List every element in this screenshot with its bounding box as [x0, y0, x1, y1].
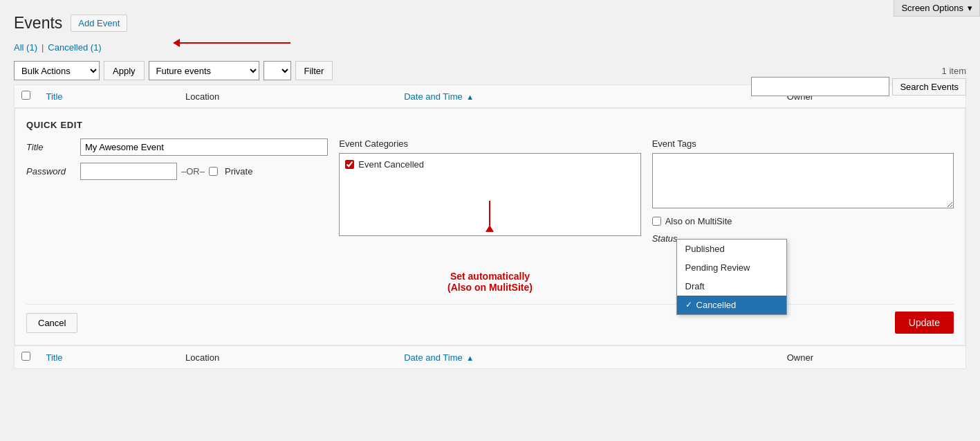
search-area: Search Events	[751, 77, 966, 96]
footer-title-sort-link[interactable]: Title	[46, 352, 63, 363]
published-label: Published	[685, 244, 725, 254]
password-row: Password –OR– Private	[26, 163, 328, 180]
title-row: Title	[26, 138, 328, 156]
arrow-head-up	[486, 225, 494, 232]
event-filter-select[interactable]: Future events All events Past events Tod…	[149, 61, 259, 80]
th-title: Title	[39, 85, 179, 108]
page-title: Events	[14, 14, 62, 33]
annotation-line1: Set automatically	[339, 271, 640, 282]
events-table: Title Location Date and Time ▲ Owner QUI…	[14, 84, 966, 369]
th-checkbox	[15, 85, 39, 108]
arrow-head-left	[173, 39, 180, 47]
page-header: Events Add Event	[14, 7, 966, 38]
status-option-cancelled[interactable]: ✓ Cancelled	[677, 296, 786, 314]
footer-th-checkbox	[15, 346, 39, 369]
quick-edit-grid: Title Password –OR– Private	[26, 138, 954, 293]
filter-cancelled-link[interactable]: Cancelled (1)	[48, 42, 101, 53]
cancel-button[interactable]: Cancel	[26, 313, 77, 333]
status-option-published[interactable]: Published	[677, 240, 786, 258]
arrow-line	[180, 42, 290, 44]
tags-textarea[interactable]	[652, 153, 954, 208]
categories-heading: Event Categories	[339, 138, 640, 149]
select-all-checkbox[interactable]	[21, 91, 30, 100]
category-checkbox[interactable]	[345, 160, 354, 169]
datetime-sort-link[interactable]: Date and Time ▲	[404, 91, 474, 102]
footer-sort-asc-icon: ▲	[466, 354, 474, 362]
draft-label: Draft	[685, 281, 705, 291]
auto-set-annotation	[486, 201, 494, 232]
private-checkbox[interactable]	[209, 167, 218, 176]
quick-edit-right: Event Tags Also on MultiSite St	[652, 138, 954, 244]
quick-edit-box: QUICK EDIT Title Password	[15, 108, 965, 345]
footer-th-datetime: Date and Time ▲	[397, 346, 779, 369]
title-label: Title	[26, 142, 75, 152]
th-location: Location	[178, 85, 397, 108]
footer-th-location: Location	[178, 346, 397, 369]
private-label: Private	[225, 166, 252, 177]
check-mark-icon: ✓	[685, 300, 692, 309]
status-row: Status Published	[652, 233, 954, 244]
annotation-line2: (Also on MulitSite)	[339, 282, 640, 293]
pending-label: Pending Review	[685, 262, 750, 273]
filter-separator: |	[41, 42, 44, 53]
sort-order-select[interactable]	[264, 61, 291, 80]
status-option-pending[interactable]: Pending Review	[677, 258, 786, 277]
status-dropdown[interactable]: Published Pending Review Draft	[676, 239, 787, 315]
quick-edit-heading: QUICK EDIT	[26, 120, 954, 130]
title-input[interactable]	[80, 138, 328, 156]
also-label: Also on MultiSite	[665, 216, 732, 226]
or-separator: –OR–	[181, 166, 205, 177]
search-input[interactable]	[751, 77, 889, 96]
title-sort-link[interactable]: Title	[46, 91, 63, 102]
add-event-button[interactable]: Add Event	[71, 15, 127, 32]
also-checkbox-row: Also on MultiSite	[652, 216, 954, 226]
screen-options-icon: ▾	[968, 3, 972, 13]
annotation-text: Set automatically (Also on MulitSite)	[339, 271, 640, 293]
search-events-button[interactable]: Search Events	[892, 78, 966, 96]
filter-all-link[interactable]: All (1)	[14, 42, 37, 53]
screen-options-button[interactable]: Screen Options ▾	[894, 0, 980, 17]
category-label: Event Cancelled	[358, 159, 424, 170]
th-datetime: Date and Time ▲	[397, 85, 779, 108]
status-option-draft[interactable]: Draft	[677, 277, 786, 296]
footer-select-all-checkbox[interactable]	[21, 352, 30, 361]
filter-button[interactable]: Filter	[295, 61, 333, 80]
filter-links: All (1) | Cancelled (1) Search Events	[14, 38, 966, 57]
footer-datetime-sort-link[interactable]: Date and Time ▲	[404, 352, 474, 363]
table-footer-row: Title Location Date and Time ▲ Owner	[15, 346, 966, 369]
password-input[interactable]	[80, 163, 177, 180]
screen-options-label: Screen Options	[901, 3, 963, 13]
footer-th-owner: Owner	[780, 346, 966, 369]
quick-edit-actions: Cancel Update	[26, 304, 954, 334]
footer-th-title: Title	[39, 346, 179, 369]
password-label: Password	[26, 166, 75, 177]
bulk-actions-select[interactable]: Bulk Actions	[14, 61, 100, 80]
category-item: Event Cancelled	[345, 159, 634, 170]
quick-edit-cell: QUICK EDIT Title Password	[15, 108, 966, 346]
tags-heading: Event Tags	[652, 138, 954, 149]
arrow-line-up	[489, 201, 490, 226]
apply-button[interactable]: Apply	[104, 61, 145, 80]
quick-edit-row: QUICK EDIT Title Password	[15, 108, 966, 346]
also-checkbox[interactable]	[652, 217, 661, 226]
item-count: 1 item	[942, 66, 966, 76]
update-button[interactable]: Update	[895, 312, 954, 334]
status-area: Status Published	[652, 233, 954, 244]
quick-edit-middle: Event Categories Event Cancelled	[339, 138, 640, 293]
password-inner: –OR– Private	[80, 163, 252, 180]
quick-edit-left: Title Password –OR– Private	[26, 138, 328, 187]
cancelled-label: Cancelled	[696, 300, 737, 310]
sort-asc-icon: ▲	[466, 93, 474, 101]
status-label: Status	[652, 233, 678, 244]
